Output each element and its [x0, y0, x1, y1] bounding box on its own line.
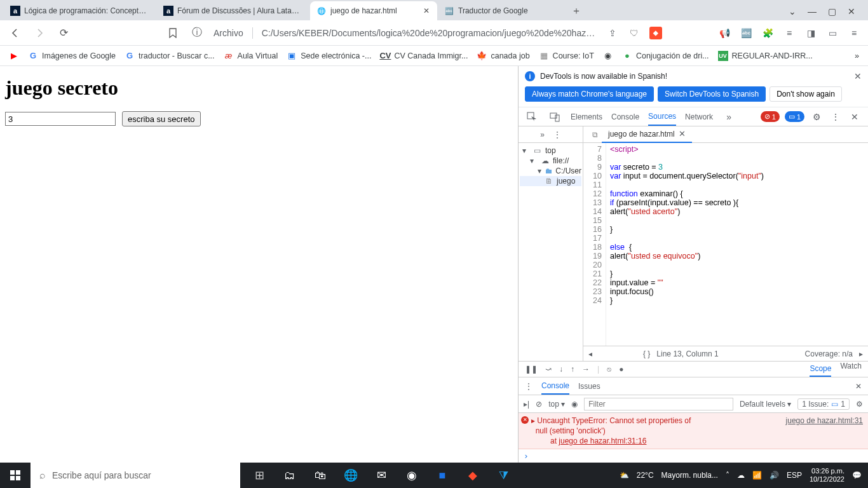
bookmark-item[interactable]: ▶	[9, 51, 19, 61]
start-button[interactable]	[0, 463, 31, 488]
deactivate-breakpoints-icon[interactable]: ⍉	[607, 365, 611, 374]
close-file-icon[interactable]: ✕	[679, 129, 686, 139]
bookmark-item[interactable]: UVREGULAR-AND-IRR...	[718, 51, 813, 61]
browser-tab-active[interactable]: 🌐 juego de hazar.html ✕	[310, 1, 437, 20]
extension-icon[interactable]: 📢	[718, 27, 731, 39]
maximize-icon[interactable]: ▢	[828, 6, 836, 17]
bookmark-item[interactable]: ●Conjugación de dri...	[622, 51, 709, 61]
close-tab-icon[interactable]: ✕	[423, 6, 431, 15]
taskbar-search[interactable]: ⌕ Escribe aquí para buscar	[31, 463, 240, 488]
breakpoint-icon[interactable]: ●	[619, 365, 623, 374]
more-tabs-icon[interactable]: »	[722, 110, 736, 124]
drawer-issues-tab[interactable]: Issues	[578, 382, 600, 391]
close-window-icon[interactable]: ✕	[848, 6, 855, 17]
bookmark-item[interactable]: 🍁canada job	[477, 51, 529, 61]
stack-link[interactable]: juego de hazar.html:31:16	[559, 437, 646, 445]
tree-top[interactable]: ▾▭top	[520, 146, 581, 156]
minimize-icon[interactable]: —	[808, 6, 817, 17]
step-icon[interactable]: →	[582, 365, 590, 374]
tree-file-scheme[interactable]: ▾☁file://	[520, 156, 581, 166]
new-tab-button[interactable]: ＋	[569, 4, 583, 18]
braces-icon[interactable]: { }	[643, 349, 650, 358]
source-file-tab[interactable]: juego de hazar.html ✕	[602, 126, 692, 143]
console-filter-input[interactable]	[584, 398, 733, 410]
translate-extension-icon[interactable]: 🔤	[740, 27, 752, 39]
submit-button[interactable]: escriba su secreto	[122, 111, 201, 126]
error-badge[interactable]: ⊘ 1	[761, 111, 780, 122]
explorer-icon[interactable]: 🗂	[275, 463, 305, 488]
bookmark-item[interactable]: ▦Course: IoT	[539, 51, 594, 61]
live-expression-icon[interactable]: ◉	[571, 400, 578, 409]
step-out-icon[interactable]: ↑	[571, 365, 574, 374]
scroll-right-icon[interactable]: ▸	[859, 349, 863, 358]
bookmark-item[interactable]: CVCV Canada Immigr...	[380, 51, 468, 61]
more-vertical-icon[interactable]: ⋮	[553, 130, 561, 139]
scroll-left-icon[interactable]: ◂	[588, 349, 592, 358]
bookmark-item[interactable]: GImágenes de Google	[28, 51, 116, 61]
devtools-close-icon[interactable]: ✕	[848, 110, 862, 124]
log-levels-selector[interactable]: Default levels ▾	[740, 400, 791, 409]
wifi-icon[interactable]: 📶	[752, 471, 762, 480]
switch-language-button[interactable]: Switch DevTools to Spanish	[658, 86, 766, 102]
reading-list-icon[interactable]: ≡	[783, 27, 796, 39]
wallet-icon[interactable]: ▭	[826, 27, 839, 39]
tab-network[interactable]: Network	[685, 112, 713, 121]
bookmark-item[interactable]: ▣Sede electrónica -...	[287, 51, 371, 61]
url-field[interactable]: C:/Users/KEBER/Documents/logica%20de%20p…	[262, 28, 597, 38]
shield-icon[interactable]: 🛡	[628, 27, 641, 39]
clock[interactable]: 03:26 p.m. 10/12/2022	[810, 467, 844, 484]
secret-input[interactable]	[5, 112, 116, 126]
browser-tab[interactable]: a Lógica de programación: Conceptos p	[4, 1, 156, 20]
drawer-more-icon[interactable]: ⋮	[525, 382, 532, 391]
tab-console[interactable]: Console	[611, 112, 639, 121]
share-icon[interactable]: ⇪	[606, 27, 619, 39]
bookmark-outline-icon[interactable]	[165, 25, 180, 41]
brave-shields-icon[interactable]: ◆	[649, 27, 662, 39]
console-sidebar-icon[interactable]: ▸|	[524, 400, 529, 409]
taskview-icon[interactable]: ⊞	[244, 463, 275, 488]
browser-tab[interactable]: 🔤 Traductor de Google	[438, 1, 565, 20]
tray-chevron-icon[interactable]: ˄	[726, 471, 729, 480]
menu-icon[interactable]: ≡	[848, 27, 860, 39]
vscode-icon[interactable]: ⧩	[488, 463, 519, 488]
store-icon[interactable]: 🛍	[305, 463, 336, 488]
scope-tab[interactable]: Scope	[810, 364, 831, 377]
back-icon[interactable]	[8, 25, 23, 41]
console-prompt[interactable]: ›	[519, 449, 868, 463]
brave-icon[interactable]: ◆	[458, 463, 488, 488]
drawer-console-tab[interactable]: Console	[541, 381, 569, 395]
bookmark-overflow-icon[interactable]: »	[855, 51, 859, 60]
weather-icon[interactable]: ⛅	[620, 471, 629, 480]
mail-icon[interactable]: ✉	[366, 463, 397, 488]
bookmark-item[interactable]: æAula Virtual	[224, 51, 278, 61]
dont-show-button[interactable]: Don't show again	[770, 86, 842, 102]
banner-close-icon[interactable]: ✕	[854, 71, 862, 81]
tree-folder[interactable]: ▾🖿C:/User	[520, 166, 581, 176]
drawer-close-icon[interactable]: ✕	[855, 382, 862, 391]
step-over-icon[interactable]: ⤻	[545, 365, 552, 374]
reload-icon[interactable]: ⟳	[56, 25, 71, 41]
tab-elements[interactable]: Elements	[571, 112, 602, 121]
code-editor[interactable]: 7 8 9 10 11 12 13 14 15 16 17 18 19 20 2…	[583, 143, 868, 346]
more-vertical-icon[interactable]: ⋮	[829, 110, 843, 124]
extensions-puzzle-icon[interactable]: 🧩	[761, 27, 774, 39]
browser-tab[interactable]: a Fórum de Discussões | Alura Latam - C	[157, 1, 309, 20]
forward-icon[interactable]	[32, 25, 47, 41]
sidebar-icon[interactable]: ◨	[804, 27, 817, 39]
console-error-row[interactable]: ✕ juego de hazar.html:31 ▸ Uncaught Type…	[519, 413, 868, 449]
step-into-icon[interactable]: ↓	[559, 365, 563, 374]
console-settings-icon[interactable]: ⚙	[856, 400, 863, 409]
overflow-icon[interactable]: »	[540, 130, 545, 139]
tab-sources[interactable]: Sources	[648, 112, 676, 126]
console-issues-button[interactable]: 1 Issue: ▭1	[797, 398, 850, 410]
watch-tab[interactable]: Watch	[840, 362, 862, 377]
device-toggle-icon[interactable]	[548, 110, 562, 124]
nav-prev-icon[interactable]: ⧉	[588, 130, 602, 139]
inspect-element-icon[interactable]	[525, 110, 539, 124]
onedrive-icon[interactable]: ☁	[737, 471, 745, 480]
file-info-icon[interactable]: ⓘ	[189, 25, 205, 41]
pause-icon[interactable]: ❚❚	[525, 365, 538, 374]
notifications-icon[interactable]: 💬	[852, 471, 862, 480]
language-indicator[interactable]: ESP	[787, 471, 802, 480]
gear-icon[interactable]: ⚙	[810, 110, 824, 124]
